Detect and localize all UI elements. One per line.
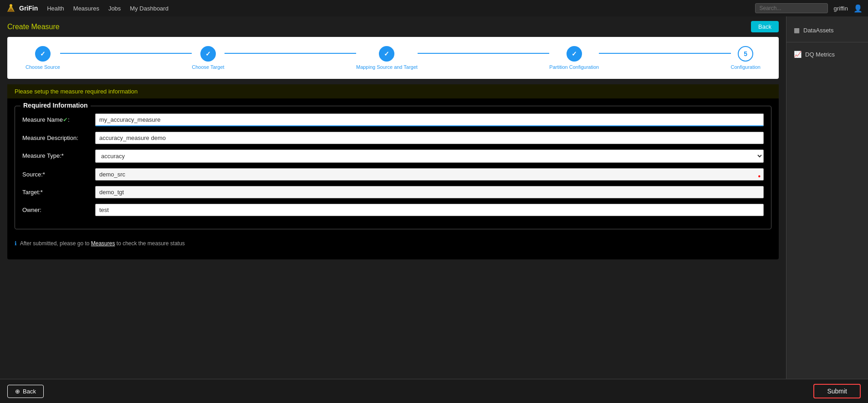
step-2-circle: ✓ (200, 46, 216, 62)
step-4-circle: ✓ (567, 46, 582, 62)
owner-label: Owner: (22, 204, 95, 213)
step-5-circle: 5 (738, 46, 753, 62)
measure-type-label: Measure Type:* (22, 150, 95, 159)
topnav-right: griffin 👤 (755, 3, 863, 13)
sidebar-item-dqmetrics[interactable]: 📈 DQ Metrics (786, 46, 868, 62)
step-line-4 (599, 53, 730, 54)
user-icon: 👤 (853, 4, 863, 13)
bottom-bar: ⊕ Back Submit (0, 379, 868, 403)
svg-point-2 (10, 4, 12, 7)
info-icon: ℹ (15, 240, 17, 247)
form-row-owner: Owner: (22, 204, 764, 216)
sidebar-divider (786, 42, 868, 42)
sidebar: ▦ DataAssets 📈 DQ Metrics (786, 16, 868, 403)
submit-button[interactable]: Submit (813, 384, 861, 398)
step-2: ✓ Choose Target (192, 46, 224, 70)
stepper: ✓ Choose Source ✓ Choose Target ✓ Mappin… (26, 46, 761, 70)
form-section: Please setup the measure required inform… (7, 84, 779, 259)
back-button-bottom[interactable]: ⊕ Back (7, 385, 44, 398)
form-row-source: Source:* demo_src • (22, 168, 764, 181)
topnav: GriFin Health Measures Jobs My Dashboard… (0, 0, 868, 16)
sidebar-item-label-dqmetrics: DQ Metrics (805, 51, 835, 58)
source-required-dot: • (758, 172, 761, 181)
measure-description-label: Measure Description: (22, 132, 95, 141)
form-row-measure-type: Measure Type:* accuracy (22, 150, 764, 163)
step-3-label: Mapping Source and Target (356, 64, 418, 70)
page-header: Create Measure Back (0, 16, 786, 37)
footer-message: ℹ After submitted, please go to Measures… (7, 237, 779, 250)
step-3-circle: ✓ (379, 46, 394, 62)
form-row-target: Target:* demo_tgt (22, 186, 764, 198)
step-4: ✓ Partition Configuration (549, 46, 599, 70)
app-logo[interactable]: GriFin (5, 3, 38, 14)
search-input[interactable] (755, 3, 828, 13)
logo-text: GriFin (19, 5, 38, 12)
step-1: ✓ Choose Source (26, 46, 60, 70)
bottom-spacer (0, 259, 786, 287)
step-line-3 (418, 53, 549, 54)
measure-name-input[interactable] (95, 114, 764, 126)
nav-dashboard[interactable]: My Dashboard (130, 5, 168, 12)
step-3: ✓ Mapping Source and Target (356, 46, 418, 70)
sidebar-item-dataassets[interactable]: ▦ DataAssets (786, 22, 868, 38)
target-label: Target:* (22, 186, 95, 196)
step-1-label: Choose Source (26, 64, 60, 70)
main-layout: Create Measure Back ✓ Choose Source ✓ Ch… (0, 16, 868, 403)
sidebar-item-label-dataassets: DataAssets (803, 27, 833, 34)
back-button-top[interactable]: Back (751, 21, 779, 32)
nav-jobs[interactable]: Jobs (108, 5, 121, 12)
nav-health[interactable]: Health (47, 5, 64, 12)
step-5-label: Configuration (731, 64, 761, 70)
required-info-legend: Required Information (20, 102, 91, 109)
form-row-measure-name: Measure Name✔: (22, 114, 764, 126)
dqmetrics-icon: 📈 (794, 51, 802, 58)
back-icon: ⊕ (15, 388, 20, 395)
measure-type-select[interactable]: accuracy (95, 150, 764, 163)
source-field: demo_src • (95, 168, 764, 181)
stepper-container: ✓ Choose Source ✓ Choose Target ✓ Mappin… (7, 37, 779, 79)
measures-link[interactable]: Measures (91, 240, 115, 247)
target-field: demo_tgt (95, 186, 764, 198)
step-1-circle: ✓ (35, 46, 51, 62)
info-banner: Please setup the measure required inform… (7, 84, 779, 98)
user-label: griffin (833, 5, 848, 12)
griffin-logo-icon (5, 3, 16, 14)
page-title: Create Measure (7, 23, 60, 31)
measure-description-input[interactable] (95, 132, 764, 144)
step-line-1 (60, 53, 192, 54)
form-row-measure-description: Measure Description: (22, 132, 764, 144)
content-area: Create Measure Back ✓ Choose Source ✓ Ch… (0, 16, 786, 403)
step-2-label: Choose Target (192, 64, 224, 70)
step-line-2 (225, 53, 356, 54)
step-5: 5 Configuration (731, 46, 761, 70)
step-4-label: Partition Configuration (549, 64, 599, 70)
source-label: Source:* (22, 168, 95, 178)
dataassets-icon: ▦ (794, 26, 800, 34)
measure-name-label: Measure Name✔: (22, 114, 95, 123)
required-info-box: Required Information Measure Name✔: Meas… (15, 106, 771, 229)
owner-input[interactable] (95, 204, 764, 216)
nav-measures[interactable]: Measures (73, 5, 99, 12)
